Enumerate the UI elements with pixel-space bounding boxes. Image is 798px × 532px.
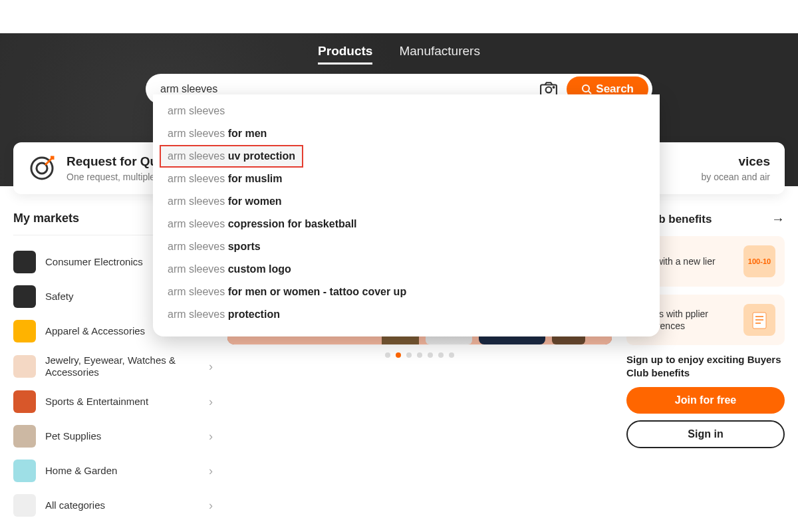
suggestion-item[interactable]: arm sleeves uv protection bbox=[153, 145, 660, 168]
suggestion-item[interactable]: arm sleeves copression for basketball bbox=[153, 213, 660, 235]
category-label: Pet Supplies bbox=[45, 430, 200, 442]
search-suggestions: arm sleevesarm sleeves for menarm sleeve… bbox=[153, 94, 660, 336]
search-icon bbox=[581, 84, 592, 94]
category-label: All categories bbox=[45, 499, 200, 511]
category-icon bbox=[13, 390, 36, 413]
suggestion-item[interactable]: arm sleeves for muslim bbox=[153, 168, 660, 190]
suggestion-item[interactable]: arm sleeves custom logo bbox=[153, 258, 660, 281]
category-icon bbox=[13, 494, 36, 517]
category-icon bbox=[13, 251, 36, 273]
chevron-right-icon: › bbox=[209, 464, 213, 478]
shipping-sub: by ocean and air bbox=[701, 172, 770, 182]
carousel-dot[interactable] bbox=[438, 352, 444, 358]
chevron-right-icon: › bbox=[209, 430, 213, 444]
tab-manufacturers[interactable]: Manufacturers bbox=[399, 44, 479, 65]
category-item[interactable]: Sports & Entertainment› bbox=[13, 384, 213, 419]
category-icon bbox=[13, 355, 36, 378]
carousel-dot[interactable] bbox=[396, 352, 401, 358]
coupon-icon: 100-10 bbox=[743, 245, 775, 277]
carousel-dots bbox=[227, 352, 612, 358]
category-item[interactable]: Jewelry, Eyewear, Watches & Accessories› bbox=[13, 348, 213, 384]
suggestion-item[interactable]: arm sleeves protection bbox=[153, 303, 660, 326]
signup-prompt: Sign up to enjoy exciting Buyers Club be… bbox=[626, 353, 785, 379]
search-tabs: Products Manufacturers bbox=[0, 44, 798, 65]
signin-button[interactable]: Sign in bbox=[626, 420, 785, 448]
carousel-dot[interactable] bbox=[385, 352, 390, 358]
svg-point-1 bbox=[546, 87, 552, 93]
search-button-label: Search bbox=[596, 82, 634, 96]
carousel-dot[interactable] bbox=[449, 352, 454, 358]
svg-line-4 bbox=[589, 91, 591, 94]
chevron-right-icon: › bbox=[209, 360, 213, 374]
category-icon bbox=[13, 285, 36, 308]
shipping-title: vices bbox=[701, 154, 770, 169]
svg-point-3 bbox=[583, 85, 589, 92]
suggestion-item[interactable]: arm sleeves sports bbox=[153, 235, 660, 258]
join-button[interactable]: Join for free bbox=[626, 387, 785, 414]
target-icon bbox=[28, 154, 56, 182]
category-label: Jewelry, Eyewear, Watches & Accessories bbox=[45, 354, 200, 378]
carousel-dot[interactable] bbox=[428, 352, 433, 358]
tab-products[interactable]: Products bbox=[318, 44, 372, 65]
category-label: Home & Garden bbox=[45, 465, 200, 477]
rfq-sub: One request, multiple q bbox=[66, 172, 166, 182]
category-icon bbox=[13, 425, 36, 448]
suggestion-item[interactable]: arm sleeves for men bbox=[153, 122, 660, 145]
category-icon bbox=[13, 460, 36, 482]
category-icon bbox=[13, 320, 36, 342]
category-label: Sports & Entertainment bbox=[45, 396, 200, 408]
chevron-right-icon: › bbox=[209, 499, 213, 513]
category-item[interactable]: Home & Garden› bbox=[13, 454, 213, 488]
carousel-dot[interactable] bbox=[417, 352, 422, 358]
rfq-title: Request for Quo bbox=[66, 154, 166, 169]
search-input[interactable] bbox=[160, 83, 540, 95]
svg-point-2 bbox=[553, 86, 555, 88]
carousel-dot[interactable] bbox=[406, 352, 412, 358]
notepad-icon bbox=[743, 304, 775, 336]
suggestion-item[interactable]: arm sleeves for women bbox=[153, 190, 660, 213]
arrow-right-icon: → bbox=[771, 211, 785, 227]
category-item[interactable]: All categories› bbox=[13, 488, 213, 523]
suggestion-item[interactable]: arm sleeves for men or women - tattoo co… bbox=[153, 281, 660, 303]
category-item[interactable]: Pet Supplies› bbox=[13, 419, 213, 454]
suggestion-item[interactable]: arm sleeves bbox=[153, 100, 660, 122]
chevron-right-icon: › bbox=[209, 395, 213, 409]
